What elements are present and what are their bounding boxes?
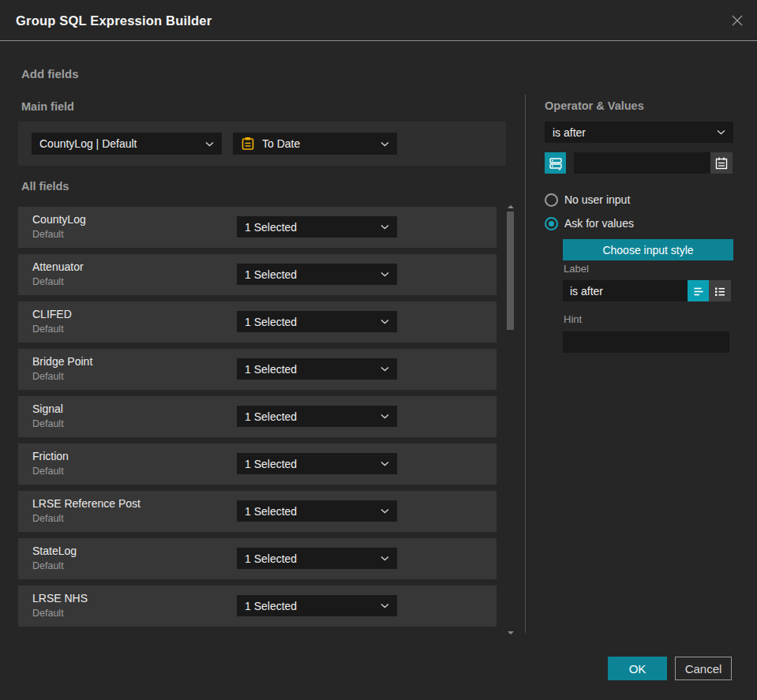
field-selection-select[interactable]: 1 Selected: [237, 358, 397, 380]
main-field-heading: Main field: [21, 100, 74, 113]
field-name: Friction: [32, 450, 69, 462]
field-type-label: Default: [32, 466, 64, 477]
field-row: CountyLog Default 1 Selected: [18, 207, 497, 248]
label-input[interactable]: [563, 280, 688, 301]
close-icon: [729, 13, 745, 28]
field-selection-value: 1 Selected: [245, 410, 376, 423]
ok-button[interactable]: OK: [608, 657, 667, 680]
choose-input-style-button[interactable]: Choose input style: [563, 239, 733, 260]
field-type-label: Default: [32, 513, 64, 524]
chevron-down-icon: [380, 556, 389, 561]
main-field-panel: CountyLog | Default To Date: [18, 122, 506, 166]
scrollbar-thumb[interactable]: [507, 211, 514, 330]
field-name: LRSE Reference Post: [32, 497, 141, 510]
field-selection-value: 1 Selected: [245, 268, 376, 281]
chevron-down-icon: [380, 271, 389, 277]
field-name: Bridge Point: [32, 355, 92, 368]
main-date-select-value: To Date: [262, 137, 376, 150]
field-type-label: Default: [32, 371, 64, 382]
operator-select-value: is after: [553, 126, 712, 139]
field-selection-select[interactable]: 1 Selected: [237, 453, 397, 474]
field-name: LRSE NHS: [32, 592, 88, 605]
field-row: Friction Default 1 Selected: [18, 444, 497, 485]
field-row: StateLog Default 1 Selected: [18, 538, 497, 579]
chevron-down-icon: [380, 414, 389, 419]
add-fields-heading: Add fields: [21, 67, 79, 80]
field-type-label: Default: [32, 418, 64, 429]
field-type-label: Default: [32, 324, 64, 335]
no-user-input-radio[interactable]: No user input: [545, 193, 630, 207]
align-left-icon: [691, 284, 706, 298]
field-row: LRSE Reference Post Default 1 Selected: [18, 491, 497, 532]
field-row: Signal Default 1 Selected: [18, 396, 497, 437]
operator-select[interactable]: is after: [545, 122, 733, 143]
field-name: Attenuator: [32, 260, 84, 273]
field-type-label: Default: [32, 276, 64, 287]
date-value-input[interactable]: [574, 152, 710, 174]
field-selection-value: 1 Selected: [245, 221, 376, 234]
calendar-icon: [714, 156, 729, 170]
field-selection-value: 1 Selected: [245, 458, 376, 470]
field-selection-select[interactable]: 1 Selected: [237, 406, 397, 427]
field-selection-value: 1 Selected: [245, 505, 376, 518]
group-sql-expression-builder-dialog: Group SQL Expression Builder Add fields …: [0, 0, 757, 700]
chevron-down-icon: [380, 508, 389, 514]
hint-input[interactable]: [563, 331, 729, 353]
close-button[interactable]: [728, 11, 747, 30]
main-date-type-select[interactable]: To Date: [233, 133, 397, 155]
field-type-label: Default: [32, 608, 64, 619]
chevron-down-icon: [380, 366, 389, 372]
field-selection-value: 1 Selected: [245, 600, 376, 612]
all-fields-heading: All fields: [21, 180, 69, 193]
value-source-button[interactable]: [545, 152, 566, 174]
dialog-title: Group SQL Expression Builder: [16, 0, 212, 41]
field-selection-value: 1 Selected: [245, 316, 376, 328]
main-field-select[interactable]: CountyLog | Default: [32, 133, 222, 155]
date-picker-button[interactable]: [710, 152, 733, 174]
field-selection-value: 1 Selected: [245, 552, 376, 565]
label-caption: Label: [564, 263, 589, 275]
field-selection-select[interactable]: 1 Selected: [237, 311, 397, 332]
bullet-list-icon: [713, 284, 727, 298]
list-input-style-button[interactable]: [709, 280, 731, 301]
field-selection-select[interactable]: 1 Selected: [237, 264, 397, 285]
chevron-down-icon: [380, 319, 389, 324]
chevron-down-icon: [717, 129, 725, 135]
field-type-label: Default: [32, 229, 64, 240]
main-field-select-value: CountyLog | Default: [39, 137, 200, 150]
unique-values-icon: [549, 156, 563, 170]
operator-values-heading: Operator & Values: [545, 99, 644, 112]
ask-for-values-radio[interactable]: Ask for values: [545, 216, 634, 230]
chevron-down-icon: [380, 461, 389, 466]
field-selection-select[interactable]: 1 Selected: [237, 595, 397, 616]
field-row: Attenuator Default 1 Selected: [18, 254, 497, 295]
field-selection-select[interactable]: 1 Selected: [237, 216, 397, 238]
chevron-down-icon: [380, 224, 389, 230]
list-scrollbar[interactable]: [507, 204, 514, 636]
field-row: Bridge Point Default 1 Selected: [18, 349, 497, 390]
field-name: StateLog: [32, 545, 77, 557]
ask-for-values-label: Ask for values: [564, 217, 634, 230]
field-row: CLIFED Default 1 Selected: [18, 301, 497, 343]
radio-unselected-icon: [545, 193, 558, 207]
date-field-icon: [241, 137, 255, 151]
chevron-down-icon: [380, 603, 389, 608]
scroll-up-icon[interactable]: [508, 205, 514, 208]
cancel-button[interactable]: Cancel: [675, 657, 732, 680]
chevron-down-icon: [205, 141, 214, 147]
chevron-down-icon: [380, 141, 389, 147]
scroll-down-icon[interactable]: [508, 631, 514, 634]
text-input-style-button[interactable]: [688, 280, 709, 301]
field-selection-select[interactable]: 1 Selected: [237, 500, 397, 522]
panel-divider: [525, 95, 526, 633]
field-selection-select[interactable]: 1 Selected: [237, 548, 397, 569]
field-name: CLIFED: [32, 308, 72, 320]
hint-caption: Hint: [564, 313, 582, 325]
field-type-label: Default: [32, 560, 64, 571]
field-name: Signal: [32, 402, 63, 415]
field-name: CountyLog: [32, 213, 86, 226]
field-selection-value: 1 Selected: [245, 363, 376, 376]
no-user-input-label: No user input: [564, 193, 630, 206]
radio-selected-icon: [545, 217, 558, 230]
field-row: LRSE NHS Default 1 Selected: [18, 586, 497, 627]
